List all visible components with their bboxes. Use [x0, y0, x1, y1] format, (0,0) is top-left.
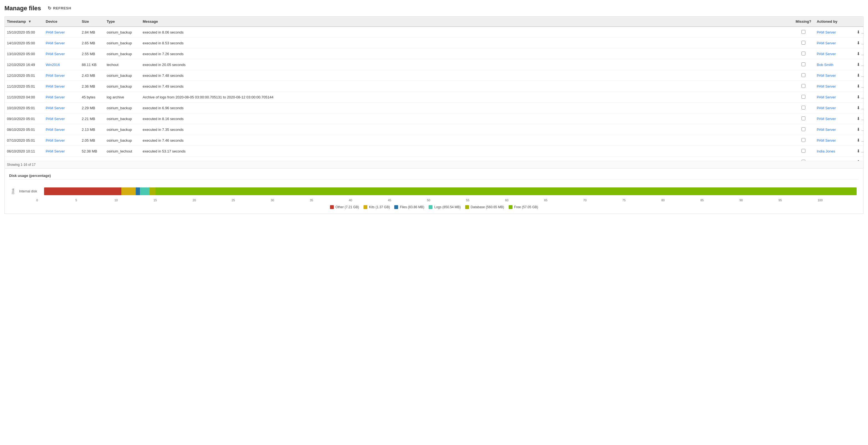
cell-download[interactable]: ⬇	[853, 146, 863, 157]
device-link[interactable]: PAM Server	[46, 117, 65, 121]
cell-actioned[interactable]: India Jones	[814, 146, 853, 157]
cell-device[interactable]: PAM Server	[43, 27, 80, 38]
cell-missing[interactable]	[793, 92, 814, 102]
device-link[interactable]: Win2016	[46, 63, 60, 67]
cell-device[interactable]: PAM Server	[43, 81, 80, 92]
device-link[interactable]: PAM Server	[46, 52, 65, 56]
missing-checkbox[interactable]	[802, 160, 805, 161]
cell-device[interactable]: PAM Server	[43, 92, 80, 102]
device-link[interactable]: PAM Server	[46, 149, 65, 153]
cell-missing[interactable]	[793, 113, 814, 124]
actioned-link[interactable]: Bob Smith	[817, 63, 833, 67]
cell-device[interactable]: PAM Server	[43, 70, 80, 81]
cell-download[interactable]: ⬇	[853, 157, 863, 161]
device-link[interactable]: PAM Server	[46, 41, 65, 45]
actioned-link[interactable]: PAM Server	[817, 117, 836, 121]
cell-device[interactable]: PAM Server	[43, 135, 80, 146]
actioned-link[interactable]: PAM Server	[817, 138, 836, 143]
actioned-link[interactable]: PAM Server	[817, 106, 836, 110]
cell-missing[interactable]	[793, 157, 814, 161]
missing-checkbox[interactable]	[802, 138, 805, 142]
cell-download[interactable]: ⬇	[853, 124, 863, 135]
cell-actioned[interactable]: PAM Server	[814, 124, 853, 135]
download-button[interactable]: ⬇	[856, 62, 861, 68]
missing-checkbox[interactable]	[802, 95, 805, 99]
cell-missing[interactable]	[793, 70, 814, 81]
download-button[interactable]: ⬇	[856, 51, 861, 57]
download-button[interactable]: ⬇	[856, 148, 861, 154]
cell-download[interactable]: ⬇	[853, 81, 863, 92]
download-button[interactable]: ⬇	[856, 94, 861, 100]
download-button[interactable]: ⬇	[856, 105, 861, 111]
cell-download[interactable]: ⬇	[853, 102, 863, 113]
download-button[interactable]: ⬇	[856, 137, 861, 143]
cell-missing[interactable]	[793, 49, 814, 59]
cell-missing[interactable]	[793, 124, 814, 135]
cell-missing[interactable]	[793, 81, 814, 92]
cell-device[interactable]: Win2016	[43, 59, 80, 70]
cell-download[interactable]: ⬇	[853, 70, 863, 81]
cell-actioned[interactable]: PAM Server	[814, 102, 853, 113]
cell-actioned[interactable]: Bob Smith	[814, 59, 853, 70]
download-button[interactable]: ⬇	[856, 126, 861, 132]
device-link[interactable]: PAM Server	[46, 95, 65, 99]
download-button[interactable]: ⬇	[856, 29, 861, 35]
device-link[interactable]: PAM Server	[46, 106, 65, 110]
cell-device[interactable]: PAM Server	[43, 102, 80, 113]
device-link[interactable]: PAM Server	[46, 138, 65, 143]
device-link[interactable]: PAM Server	[46, 84, 65, 88]
actioned-link[interactable]: PAM Server	[817, 73, 836, 78]
col-header-timestamp[interactable]: Timestamp ▼	[5, 17, 43, 27]
actioned-link[interactable]: PAM Server	[817, 160, 836, 161]
cell-device[interactable]: PAM Server	[43, 157, 80, 161]
cell-download[interactable]: ⬇	[853, 92, 863, 102]
cell-device[interactable]: PAM Server	[43, 113, 80, 124]
cell-missing[interactable]	[793, 38, 814, 49]
device-link[interactable]: PAM Server	[46, 73, 65, 78]
actioned-link[interactable]: PAM Server	[817, 84, 836, 88]
missing-checkbox[interactable]	[802, 73, 805, 77]
download-button[interactable]: ⬇	[856, 116, 861, 122]
missing-checkbox[interactable]	[802, 52, 805, 55]
cell-download[interactable]: ⬇	[853, 27, 863, 38]
cell-missing[interactable]	[793, 102, 814, 113]
missing-checkbox[interactable]	[802, 106, 805, 110]
cell-missing[interactable]	[793, 27, 814, 38]
actioned-link[interactable]: PAM Server	[817, 52, 836, 56]
cell-actioned[interactable]: PAM Server	[814, 92, 853, 102]
cell-actioned[interactable]: PAM Server	[814, 27, 853, 38]
missing-checkbox[interactable]	[802, 62, 805, 66]
missing-checkbox[interactable]	[802, 149, 805, 153]
cell-download[interactable]: ⬇	[853, 49, 863, 59]
cell-device[interactable]: PAM Server	[43, 124, 80, 135]
cell-download[interactable]: ⬇	[853, 135, 863, 146]
cell-actioned[interactable]: PAM Server	[814, 38, 853, 49]
cell-missing[interactable]	[793, 146, 814, 157]
download-button[interactable]: ⬇	[856, 40, 861, 46]
missing-checkbox[interactable]	[802, 116, 805, 120]
cell-download[interactable]: ⬇	[853, 38, 863, 49]
cell-actioned[interactable]: PAM Server	[814, 157, 853, 161]
device-link[interactable]: PAM Server	[46, 127, 65, 132]
download-button[interactable]: ⬇	[856, 72, 861, 79]
cell-device[interactable]: PAM Server	[43, 38, 80, 49]
cell-actioned[interactable]: PAM Server	[814, 135, 853, 146]
cell-device[interactable]: PAM Server	[43, 146, 80, 157]
actioned-link[interactable]: PAM Server	[817, 95, 836, 99]
download-button[interactable]: ⬇	[856, 159, 861, 161]
missing-checkbox[interactable]	[802, 84, 805, 88]
cell-missing[interactable]	[793, 59, 814, 70]
missing-checkbox[interactable]	[802, 41, 805, 44]
cell-actioned[interactable]: PAM Server	[814, 81, 853, 92]
table-wrapper[interactable]: Timestamp ▼ Device Size Type	[5, 17, 863, 161]
actioned-link[interactable]: PAM Server	[817, 41, 836, 45]
cell-download[interactable]: ⬇	[853, 59, 863, 70]
missing-checkbox[interactable]	[802, 30, 805, 34]
actioned-link[interactable]: India Jones	[817, 149, 835, 153]
cell-actioned[interactable]: PAM Server	[814, 70, 853, 81]
cell-missing[interactable]	[793, 135, 814, 146]
download-button[interactable]: ⬇	[856, 83, 861, 89]
cell-actioned[interactable]: PAM Server	[814, 49, 853, 59]
cell-actioned[interactable]: PAM Server	[814, 113, 853, 124]
refresh-button[interactable]: ↻ REFRESH	[45, 4, 73, 12]
